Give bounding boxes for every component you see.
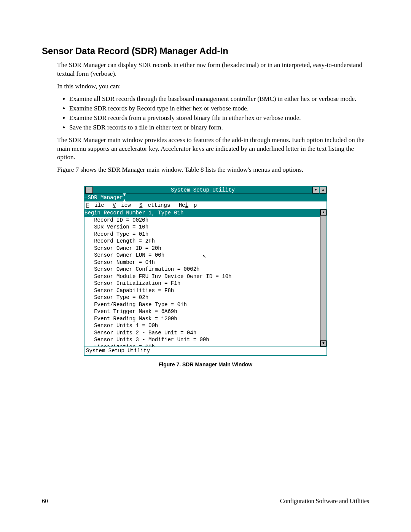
page-heading: Sensor Data Record (SDR) Manager Add-In — [42, 46, 369, 56]
menu-help[interactable]: Help — [179, 202, 197, 208]
section-title: Configuration Software and Utilities — [280, 498, 369, 505]
menubar: File View Settings Help — [84, 201, 327, 209]
record-line: Sensor Capabilities = F8h — [84, 288, 174, 294]
scroll-up-icon[interactable]: ▲ — [320, 209, 327, 216]
record-line: Sensor Units 2 - Base Unit = 04h — [84, 330, 196, 336]
record-line: Sensor Owner ID = 20h — [84, 245, 161, 251]
list-item: Examine all SDR records through the base… — [69, 95, 369, 104]
status-bar: System Setup Utility — [84, 347, 327, 355]
record-line: Sensor Units 1 = 00h — [84, 323, 158, 329]
inner-titlebar: — SDR Manager ▼ ▲ — [84, 193, 327, 201]
system-menu-icon[interactable]: — — [84, 195, 88, 201]
record-line: Event Reading Mask = 1200h — [84, 316, 177, 322]
record-line: Linearization = 00h — [84, 344, 155, 347]
feature-list: Examine all SDR records through the base… — [63, 95, 369, 132]
record-line: Sensor Initialization = F1h — [84, 280, 180, 286]
list-item: Examine SDR records from a previously st… — [69, 114, 369, 123]
paragraph: The SDR Manager main window provides acc… — [57, 136, 369, 162]
record-line: Sensor Owner Confirmation = 0002h — [84, 266, 199, 272]
record-line: SDR Version = 10h — [84, 224, 148, 230]
menu-view[interactable]: View — [113, 202, 131, 208]
record-line: Sensor Owner LUN = 00h — [84, 252, 164, 258]
record-line: Record Type = 01h — [84, 231, 148, 237]
maximize-icon[interactable]: ▲ — [320, 187, 327, 193]
record-header-highlight: Begin Record Number 1, Type 01h — [84, 209, 327, 217]
list-item: Examine SDR records by Record type in ei… — [69, 104, 369, 113]
system-menu-icon[interactable]: — — [85, 187, 93, 193]
record-line: Sensor Type = 02h — [84, 294, 148, 300]
figure-screenshot: — System Setup Utility ▼ ▲ — SDR Manager… — [84, 186, 327, 367]
inner-window-title: SDR Manager — [88, 195, 123, 201]
page-number: 60 — [42, 498, 48, 505]
menu-settings[interactable]: Settings — [139, 202, 170, 208]
record-line: Event/Reading Base Type = 01h — [84, 302, 187, 308]
page-footer: 60 Configuration Software and Utilities — [42, 498, 369, 505]
record-line: Sensor Module FRU Inv Device Owner ID = … — [84, 273, 231, 280]
app-window: — System Setup Utility ▼ ▲ — SDR Manager… — [84, 186, 327, 356]
record-line: Record ID = 0020h — [84, 217, 148, 223]
paragraph: In this window, you can: — [57, 82, 369, 91]
figure-caption: Figure 7. SDR Manager Main Window — [84, 361, 327, 367]
vertical-scrollbar[interactable]: ▲ ▼ — [320, 209, 327, 347]
scroll-down-icon[interactable]: ▼ — [320, 340, 327, 347]
menu-file[interactable]: File — [86, 202, 104, 208]
record-line: Sensor Number = 04h — [84, 259, 155, 265]
outer-window-title: System Setup Utility — [94, 187, 312, 193]
sdr-record-text: Begin Record Number 1, Type 01h Record I… — [84, 209, 327, 347]
content-area: Begin Record Number 1, Type 01h Record I… — [84, 209, 327, 347]
paragraph: The SDR Manager can display SDR records … — [57, 61, 369, 78]
record-line: Record Length = 2Fh — [84, 238, 155, 244]
minimize-icon[interactable]: ▼ — [312, 187, 319, 193]
record-line: Event Trigger Mask = 6A69h — [84, 308, 177, 315]
list-item: Save the SDR records to a file in either… — [69, 123, 369, 132]
outer-titlebar: — System Setup Utility ▼ ▲ — [84, 187, 327, 193]
paragraph: Figure 7 shows the SDR Manager main wind… — [57, 166, 369, 174]
record-line: Sensor Units 3 - Modifier Unit = 00h — [84, 337, 209, 343]
